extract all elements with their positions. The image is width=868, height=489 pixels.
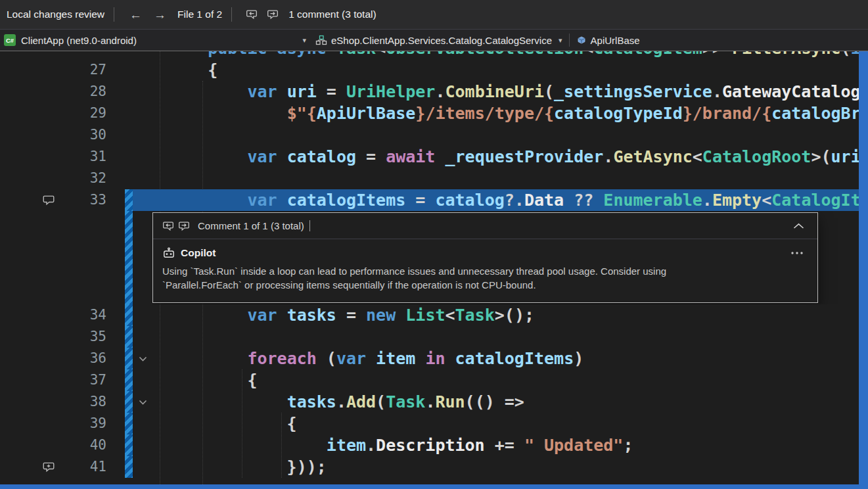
fold-gutter xyxy=(133,51,152,59)
code-row: 31 var catalog = await _requestProvider.… xyxy=(0,146,859,168)
code-line[interactable]: tasks.Add(Task.Run(() => xyxy=(152,391,859,413)
fold-gutter xyxy=(133,304,152,326)
copilot-icon xyxy=(162,246,175,260)
fold-gutter xyxy=(133,456,152,478)
code-line[interactable]: { xyxy=(152,413,859,434)
comment-text: Using `Task.Run` inside a loop can lead … xyxy=(162,264,718,292)
fold-gutter xyxy=(133,326,152,348)
navigation-bar: C# ClientApp (net9.0-android) ▾ eShop.Cl… xyxy=(0,30,868,51)
comment-counter: 1 comment (3 total) xyxy=(288,9,377,20)
line-number: 35 xyxy=(66,326,106,348)
code-line[interactable]: var tasks = new List<Task>(); xyxy=(152,304,859,326)
code-row: 34 var tasks = new List<Task>(); xyxy=(0,304,859,326)
add-comment-icon[interactable] xyxy=(0,456,66,478)
code-row: 29 $"{ApiUrlBase}/items/type/{catalogTyp… xyxy=(0,103,859,124)
code-line[interactable]: { xyxy=(152,369,859,391)
code-line[interactable]: public async Task<ObservableCollection<C… xyxy=(152,51,859,59)
file-counter: File 1 of 2 xyxy=(177,9,222,20)
code-line[interactable]: foreach (var item in catalogItems) xyxy=(152,348,859,369)
fold-gutter xyxy=(133,189,152,211)
gutter-margin xyxy=(0,391,66,413)
code-row: 28 var uri = UriHelper.CombineUri(_setti… xyxy=(0,81,859,103)
change-gutter xyxy=(125,124,133,146)
change-gutter xyxy=(125,51,133,59)
desktop-background xyxy=(0,484,868,489)
code-line[interactable]: var uri = UriHelper.CombineUri(_settings… xyxy=(152,81,859,103)
toolbar-separator xyxy=(231,7,232,22)
line-number: 39 xyxy=(66,413,106,434)
gutter-margin xyxy=(0,326,66,348)
gutter-margin xyxy=(0,369,66,391)
chevron-down-icon[interactable]: ▾ xyxy=(302,36,310,45)
code-row: 33 var catalogItems = catalog?.Data ?? E… xyxy=(0,189,859,211)
previous-comment-icon[interactable] xyxy=(246,9,258,20)
desktop-background xyxy=(859,51,868,489)
gutter-margin xyxy=(0,348,66,369)
more-options-icon[interactable] xyxy=(790,251,804,255)
line-number: 32 xyxy=(66,168,106,189)
code-row: 36 foreach (var item in catalogItems) xyxy=(0,348,859,369)
line-number: 38 xyxy=(66,391,106,413)
line-number: 34 xyxy=(66,304,106,326)
next-comment-icon[interactable] xyxy=(267,9,279,20)
fold-chevron-icon[interactable] xyxy=(133,348,152,369)
fold-gutter xyxy=(133,124,152,146)
gutter-margin xyxy=(0,168,66,189)
fold-gutter xyxy=(133,369,152,391)
changed-lines-indicator xyxy=(125,304,133,326)
gutter-margin xyxy=(0,434,66,456)
code-row: 30 xyxy=(0,124,859,146)
text-cursor xyxy=(309,220,310,231)
comment-popup-row: Comment 1 of 1 (3 total) Copilot xyxy=(0,211,859,304)
line-number: 41 xyxy=(66,456,106,478)
changed-lines-indicator xyxy=(125,456,133,478)
next-comment-icon[interactable] xyxy=(178,221,190,231)
fold-gutter xyxy=(133,146,152,168)
review-toolbar: Local changes review ← → File 1 of 2 1 c… xyxy=(0,0,868,30)
comment-popup-header: Comment 1 of 1 (3 total) xyxy=(153,213,817,239)
code-line[interactable]: Comment 1 of 1 (3 total) Copilot xyxy=(152,211,859,304)
previous-comment-icon[interactable] xyxy=(162,221,174,231)
type-dropdown[interactable]: eShop.ClientApp.Services.Catalog.Catalog… xyxy=(331,35,552,46)
code-line[interactable]: item.Description += " Updated"; xyxy=(152,434,859,456)
changed-lines-indicator xyxy=(125,189,133,211)
comment-popup-body: Copilot Using `Task.Run` inside a loop c… xyxy=(153,239,817,292)
changed-lines-indicator xyxy=(125,326,133,348)
changed-lines-indicator xyxy=(125,391,133,413)
code-row: 35 xyxy=(0,326,859,348)
code-row: public async Task<ObservableCollection<C… xyxy=(0,51,859,59)
comment-counter-label: Comment 1 of 1 (3 total) xyxy=(198,220,304,231)
code-line[interactable] xyxy=(152,326,859,348)
line-number: 27 xyxy=(66,59,106,81)
chevron-down-icon[interactable]: ▾ xyxy=(559,36,562,45)
back-arrow-button[interactable]: ← xyxy=(129,9,142,21)
code-line[interactable]: })); xyxy=(152,456,859,478)
code-row: 39 { xyxy=(0,413,859,434)
line-number: 28 xyxy=(66,81,106,103)
class-icon xyxy=(315,35,327,45)
line-number: 31 xyxy=(66,146,106,168)
code-line[interactable]: { xyxy=(152,59,859,81)
member-dropdown[interactable]: ApiUrlBase xyxy=(591,35,640,46)
code-line[interactable]: var catalog = await _requestProvider.Get… xyxy=(152,146,859,168)
change-gutter xyxy=(125,81,133,103)
changed-lines-indicator xyxy=(125,211,133,304)
comment-icon[interactable] xyxy=(0,189,66,211)
gutter-margin xyxy=(0,146,66,168)
forward-arrow-button[interactable]: → xyxy=(154,9,166,21)
code-line[interactable]: $"{ApiUrlBase}/items/type/{catalogTypeId… xyxy=(152,103,859,124)
code-row: 38 tasks.Add(Task.Run(() => xyxy=(0,391,859,413)
fold-chevron-icon[interactable] xyxy=(133,391,152,413)
code-line[interactable] xyxy=(152,124,859,146)
gutter-margin xyxy=(0,51,66,59)
changed-lines-indicator xyxy=(125,413,133,434)
collapse-chevron-icon[interactable] xyxy=(793,223,804,229)
vs-window: Local changes review ← → File 1 of 2 1 c… xyxy=(0,0,868,489)
fold-gutter xyxy=(133,103,152,124)
project-name: ClientApp (net9.0-android) xyxy=(21,35,137,46)
code-line[interactable] xyxy=(152,168,859,189)
code-row: 37 { xyxy=(0,369,859,391)
code-line[interactable]: var catalogItems = catalog?.Data ?? Enum… xyxy=(152,189,859,211)
project-dropdown[interactable]: C# ClientApp (net9.0-android) ▾ xyxy=(4,34,310,46)
change-gutter xyxy=(125,59,133,81)
